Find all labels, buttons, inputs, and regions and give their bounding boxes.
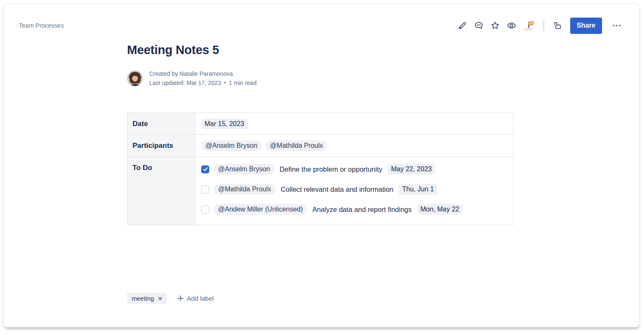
unlock-icon[interactable]: [552, 21, 562, 31]
labels-row: meeting Add label: [127, 293, 214, 304]
byline-updated-row: Last updated: Mar 17, 2023 • 1 min read: [149, 78, 257, 88]
row-header-date: Date: [127, 113, 195, 135]
task-item: @Anselm Bryson Define the problem or opp…: [201, 164, 507, 175]
page-content: Meeting Notes 5 Created: [127, 4, 514, 327]
row-value-date: Mar 15, 2023: [195, 113, 514, 135]
table-row-participants: Participants @Anselm Bryson @Mathilda Pr…: [127, 135, 514, 157]
task-text: Analyze data and report findings: [312, 206, 412, 214]
page-properties-table: Date Mar 15, 2023 Participants @Anselm B…: [127, 113, 514, 225]
due-date-lozenge: Mon, May 22: [417, 204, 462, 215]
mention-pill[interactable]: @Mathilda Proulx: [266, 140, 327, 151]
task-item: @Andew Miller (Unlicensed) Analyze data …: [201, 204, 507, 215]
task-checkbox-2[interactable]: [201, 206, 209, 214]
label-text: meeting: [132, 295, 154, 302]
row-value-participants: @Anselm Bryson @Mathilda Proulx: [195, 135, 514, 157]
mention-pill[interactable]: @Anselm Bryson: [201, 140, 262, 151]
task-checkbox-1[interactable]: [201, 186, 209, 193]
byline: Created by Natalie Paramonova Last updat…: [127, 69, 257, 88]
task-text: Collect relevant data and information: [281, 186, 394, 193]
svg-text:NEW: NEW: [524, 27, 533, 31]
mention-pill[interactable]: @Mathilda Proulx: [214, 184, 275, 195]
byline-text: Created by Natalie Paramonova Last updat…: [149, 69, 257, 88]
more-actions-icon[interactable]: [612, 21, 622, 31]
toolbar-divider: [543, 21, 544, 31]
mention-group: @Anselm Bryson @Mathilda Proulx: [201, 140, 507, 151]
add-label-text: Add label: [187, 295, 214, 302]
table-row-todo: To Do @Anselm Bryson Define the problem …: [127, 157, 514, 225]
new-features-icon[interactable]: NEW: [523, 19, 535, 32]
label-chip-meeting[interactable]: meeting: [127, 293, 167, 304]
mention-pill[interactable]: @Anselm Bryson: [214, 164, 274, 175]
task-checkbox-0[interactable]: [201, 165, 209, 173]
add-label-button[interactable]: Add label: [177, 295, 214, 302]
date-lozenge: Mar 15, 2023: [201, 119, 247, 129]
plus-icon: [177, 295, 184, 302]
row-value-todo: @Anselm Bryson Define the problem or opp…: [195, 157, 514, 225]
row-header-todo: To Do: [127, 157, 195, 225]
breadcrumb[interactable]: Team Processes: [19, 22, 64, 29]
byline-separator: •: [224, 78, 226, 88]
table-row-date: Date Mar 15, 2023: [127, 113, 514, 135]
task-text: Define the problem or opportunity: [280, 165, 382, 173]
page-card: Team Processes: [3, 3, 640, 327]
byline-created: Created by Natalie Paramonova: [149, 69, 257, 78]
mention-pill[interactable]: @Andew Miller (Unlicensed): [214, 204, 307, 215]
author-avatar[interactable]: [127, 70, 143, 86]
due-date-lozenge: May 22, 2023: [388, 164, 435, 175]
task-item: @Mathilda Proulx Collect relevant data a…: [201, 184, 507, 195]
page-title: Meeting Notes 5: [127, 43, 219, 57]
byline-read-time: 1 min read: [229, 78, 257, 88]
row-header-participants: Participants: [127, 135, 195, 157]
byline-updated[interactable]: Last updated: Mar 17, 2023: [149, 78, 221, 88]
share-button[interactable]: Share: [570, 18, 602, 34]
remove-label-icon[interactable]: [158, 296, 162, 301]
due-date-lozenge: Thu, Jun 1: [399, 184, 437, 195]
